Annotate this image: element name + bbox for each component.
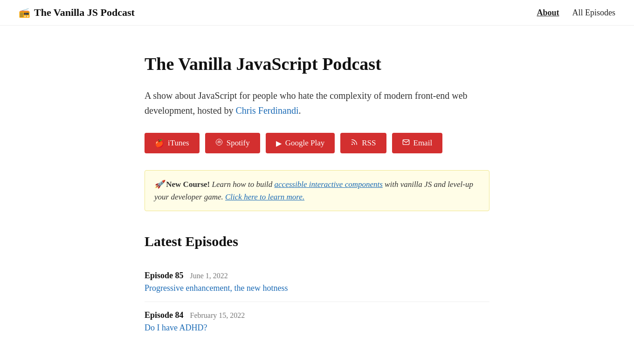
main-nav: About All Episodes bbox=[537, 8, 615, 18]
episode-meta: Episode 84 February 15, 2022 bbox=[145, 310, 489, 320]
description: A show about JavaScript for people who h… bbox=[145, 88, 489, 118]
podcast-icon: 📻 bbox=[19, 7, 30, 18]
rss-button[interactable]: RSS bbox=[340, 133, 386, 153]
course-text-1: Learn how to build bbox=[212, 180, 274, 189]
google-play-icon: ▶ bbox=[276, 139, 282, 148]
episode-list: Episode 85 June 1, 2022 Progressive enha… bbox=[145, 262, 489, 341]
latest-episodes-heading: Latest Episodes bbox=[145, 234, 489, 249]
site-title-text: The Vanilla JS Podcast bbox=[34, 7, 135, 19]
google-play-label: Google Play bbox=[285, 138, 325, 148]
google-play-button[interactable]: ▶ Google Play bbox=[266, 133, 335, 153]
rss-icon bbox=[351, 138, 358, 148]
spotify-button[interactable]: Spotify bbox=[205, 133, 260, 153]
email-button[interactable]: Email bbox=[392, 133, 443, 153]
subscribe-buttons: 🍎 iTunes Spotify ▶ Google Play RSS Email bbox=[145, 133, 489, 153]
episode-number: Episode 85 bbox=[145, 271, 184, 281]
spotify-label: Spotify bbox=[227, 138, 250, 148]
episode-item: Episode 84 February 15, 2022 Do I have A… bbox=[145, 302, 489, 341]
email-icon bbox=[402, 138, 410, 148]
episode-item: Episode 85 June 1, 2022 Progressive enha… bbox=[145, 262, 489, 302]
itunes-icon: 🍎 bbox=[155, 139, 164, 148]
nav-about[interactable]: About bbox=[537, 8, 559, 18]
nav-all-episodes[interactable]: All Episodes bbox=[572, 8, 616, 18]
episode-number: Episode 84 bbox=[145, 310, 184, 320]
episode-meta: Episode 85 June 1, 2022 bbox=[145, 271, 489, 281]
site-logo[interactable]: 📻 The Vanilla JS Podcast bbox=[19, 7, 135, 19]
episode-date: February 15, 2022 bbox=[190, 311, 245, 320]
host-link[interactable]: Chris Ferdinandi bbox=[236, 105, 299, 116]
course-link-1[interactable]: accessible interactive components bbox=[275, 180, 383, 189]
svg-point-0 bbox=[216, 139, 222, 145]
page-title: The Vanilla JavaScript Podcast bbox=[145, 54, 489, 74]
episode-date: June 1, 2022 bbox=[190, 272, 228, 280]
course-banner: 🚀 New Course! Learn how to build accessi… bbox=[145, 170, 489, 211]
itunes-label: iTunes bbox=[168, 138, 189, 148]
episode-title-link[interactable]: Do I have ADHD? bbox=[145, 323, 207, 332]
course-rocket: 🚀 bbox=[154, 180, 164, 189]
email-label: Email bbox=[413, 138, 433, 148]
itunes-button[interactable]: 🍎 iTunes bbox=[145, 133, 200, 153]
description-text-1: A show about JavaScript for people who h… bbox=[145, 90, 468, 116]
episode-title-link[interactable]: Progressive enhancement, the new hotness bbox=[145, 283, 288, 293]
spotify-icon bbox=[215, 138, 223, 148]
svg-point-1 bbox=[351, 144, 353, 145]
rss-label: RSS bbox=[362, 138, 376, 148]
description-text-2: . bbox=[299, 105, 301, 116]
course-link-2[interactable]: Click here to learn more. bbox=[225, 192, 304, 201]
course-bold-text: New Course! bbox=[166, 180, 210, 189]
